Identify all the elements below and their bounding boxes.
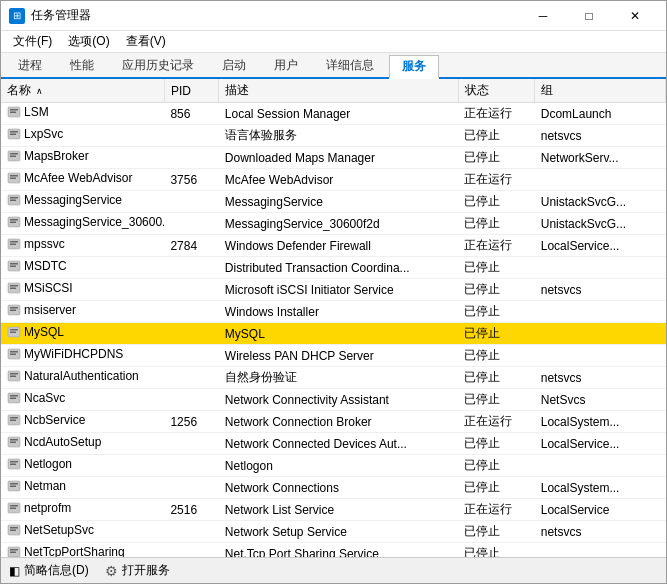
table-row[interactable]: NcaSvc Network Connectivity Assistant已停止… bbox=[1, 389, 666, 411]
svg-rect-1 bbox=[10, 109, 18, 111]
menu-view[interactable]: 查看(V) bbox=[118, 31, 174, 52]
service-desc: MessagingService bbox=[219, 191, 459, 213]
service-pid: 1256 bbox=[164, 411, 218, 433]
svg-rect-23 bbox=[10, 266, 16, 268]
table-row[interactable]: NaturalAuthentication 自然身份验证已停止netsvcs bbox=[1, 367, 666, 389]
service-pid bbox=[164, 301, 218, 323]
service-pid bbox=[164, 345, 218, 367]
menu-file[interactable]: 文件(F) bbox=[5, 31, 60, 52]
service-desc: Netlogon bbox=[219, 455, 459, 477]
service-icon bbox=[7, 545, 21, 557]
table-row[interactable]: NcdAutoSetup Network Connected Devices A… bbox=[1, 433, 666, 455]
table-row[interactable]: MySQL MySQL已停止 bbox=[1, 323, 666, 345]
table-row[interactable]: mpssvc 2784Windows Defender Firewall正在运行… bbox=[1, 235, 666, 257]
service-name: McAfee WebAdvisor bbox=[24, 171, 133, 185]
table-row[interactable]: NetTcpPortSharing Net.Tcp Port Sharing S… bbox=[1, 543, 666, 558]
tab-details[interactable]: 详细信息 bbox=[313, 53, 387, 77]
service-desc: Windows Installer bbox=[219, 301, 459, 323]
service-desc: Network Connections bbox=[219, 477, 459, 499]
col-header-group[interactable]: 组 bbox=[535, 79, 666, 103]
service-pid bbox=[164, 389, 218, 411]
window-controls: ─ □ ✕ bbox=[520, 1, 658, 31]
maximize-button[interactable]: □ bbox=[566, 1, 612, 31]
service-name: Netman bbox=[24, 479, 66, 493]
tab-users[interactable]: 用户 bbox=[261, 53, 311, 77]
open-services-button[interactable]: ⚙ 打开服务 bbox=[105, 562, 170, 579]
svg-rect-38 bbox=[10, 376, 16, 378]
service-group bbox=[535, 455, 666, 477]
service-name: MessagingService bbox=[24, 193, 122, 207]
svg-rect-7 bbox=[10, 153, 18, 155]
svg-rect-25 bbox=[10, 285, 18, 287]
service-group: netsvcs bbox=[535, 279, 666, 301]
table-body: LSM 856Local Session Manager正在运行DcomLaun… bbox=[1, 103, 666, 558]
table-row[interactable]: MSiSCSI Microsoft iSCSI Initiator Servic… bbox=[1, 279, 666, 301]
tab-performance[interactable]: 性能 bbox=[57, 53, 107, 77]
service-status: 正在运行 bbox=[458, 103, 534, 125]
table-row[interactable]: LSM 856Local Session Manager正在运行DcomLaun… bbox=[1, 103, 666, 125]
service-status: 已停止 bbox=[458, 213, 534, 235]
tab-services[interactable]: 服务 bbox=[389, 55, 439, 79]
svg-rect-50 bbox=[10, 464, 16, 466]
tab-app-history[interactable]: 应用历史记录 bbox=[109, 53, 207, 77]
service-name: MSiSCSI bbox=[24, 281, 73, 295]
service-group bbox=[535, 323, 666, 345]
col-header-name[interactable]: 名称 ∧ bbox=[1, 79, 164, 103]
service-name: LxpSvc bbox=[24, 127, 63, 141]
service-status: 已停止 bbox=[458, 279, 534, 301]
menu-options[interactable]: 选项(O) bbox=[60, 31, 117, 52]
table-row[interactable]: MessagingService_30600... MessagingServi… bbox=[1, 213, 666, 235]
table-row[interactable]: McAfee WebAdvisor 3756McAfee WebAdvisor正… bbox=[1, 169, 666, 191]
table-row[interactable]: LxpSvc 语言体验服务已停止netsvcs bbox=[1, 125, 666, 147]
service-status: 正在运行 bbox=[458, 411, 534, 433]
summary-label: 简略信息(D) bbox=[24, 562, 89, 579]
svg-rect-46 bbox=[10, 439, 18, 441]
close-button[interactable]: ✕ bbox=[612, 1, 658, 31]
table-row[interactable]: MessagingService MessagingService已停止Unis… bbox=[1, 191, 666, 213]
service-name: mpssvc bbox=[24, 237, 65, 251]
svg-rect-41 bbox=[10, 398, 16, 400]
service-pid: 2516 bbox=[164, 499, 218, 521]
service-desc: Network Connection Broker bbox=[219, 411, 459, 433]
title-bar: ⊞ 任务管理器 ─ □ ✕ bbox=[1, 1, 666, 31]
minimize-button[interactable]: ─ bbox=[520, 1, 566, 31]
gear-icon: ⚙ bbox=[105, 563, 118, 579]
table-row[interactable]: NetSetupSvc Network Setup Service已停止nets… bbox=[1, 521, 666, 543]
svg-rect-44 bbox=[10, 420, 16, 422]
table-row[interactable]: MyWiFiDHCPDNS Wireless PAN DHCP Server已停… bbox=[1, 345, 666, 367]
svg-rect-19 bbox=[10, 241, 18, 243]
table-row[interactable]: msiserver Windows Installer已停止 bbox=[1, 301, 666, 323]
svg-rect-29 bbox=[10, 310, 16, 312]
service-status: 已停止 bbox=[458, 455, 534, 477]
service-pid bbox=[164, 367, 218, 389]
svg-rect-40 bbox=[10, 395, 18, 397]
table-row[interactable]: NcbService 1256Network Connection Broker… bbox=[1, 411, 666, 433]
service-group: LocalService... bbox=[535, 433, 666, 455]
table-row[interactable]: netprofm 2516Network List Service正在运行Loc… bbox=[1, 499, 666, 521]
tab-processes[interactable]: 进程 bbox=[5, 53, 55, 77]
table-row[interactable]: MSDTC Distributed Transaction Coordina..… bbox=[1, 257, 666, 279]
svg-rect-28 bbox=[10, 307, 18, 309]
col-header-pid[interactable]: PID bbox=[164, 79, 218, 103]
service-pid bbox=[164, 323, 218, 345]
service-group: netsvcs bbox=[535, 521, 666, 543]
service-status: 已停止 bbox=[458, 323, 534, 345]
service-icon bbox=[7, 171, 21, 185]
service-pid bbox=[164, 521, 218, 543]
service-group: LocalService bbox=[535, 499, 666, 521]
service-status: 已停止 bbox=[458, 191, 534, 213]
service-icon bbox=[7, 281, 21, 295]
task-manager-window: ⊞ 任务管理器 ─ □ ✕ 文件(F) 选项(O) 查看(V) 进程 性能 应用… bbox=[0, 0, 667, 584]
table-row[interactable]: Netlogon Netlogon已停止 bbox=[1, 455, 666, 477]
summary-button[interactable]: ◧ 简略信息(D) bbox=[9, 562, 89, 579]
col-header-desc[interactable]: 描述 bbox=[219, 79, 459, 103]
svg-rect-2 bbox=[10, 112, 16, 114]
tab-startup[interactable]: 启动 bbox=[209, 53, 259, 77]
service-icon bbox=[7, 413, 21, 427]
service-desc: Network Connected Devices Aut... bbox=[219, 433, 459, 455]
service-name: MSDTC bbox=[24, 259, 67, 273]
table-row[interactable]: Netman Network Connections已停止LocalSystem… bbox=[1, 477, 666, 499]
services-table-container[interactable]: 名称 ∧ PID 描述 状态 组 LSM 856Local Session Ma… bbox=[1, 79, 666, 557]
table-row[interactable]: MapsBroker Downloaded Maps Manager已停止Net… bbox=[1, 147, 666, 169]
col-header-status[interactable]: 状态 bbox=[458, 79, 534, 103]
